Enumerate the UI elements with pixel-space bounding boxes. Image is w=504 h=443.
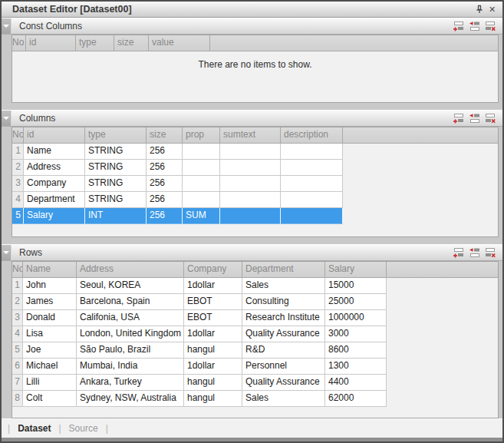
delete-row-button[interactable] [484,246,497,259]
pin-button[interactable] [473,3,486,15]
table-cell[interactable]: Department [24,192,85,208]
table-row[interactable]: 8ColtSydney, NSW, AustraliahangulSales62… [12,391,498,407]
row-number-cell[interactable]: 2 [12,294,23,310]
table-cell[interactable]: 256 [147,144,183,160]
table-cell[interactable] [281,192,343,208]
column-header-salary[interactable]: Salary [325,262,387,278]
row-number-cell[interactable]: 2 [12,160,24,176]
add-row-button[interactable] [452,112,465,124]
delete-row-button[interactable] [484,20,497,32]
delete-row-button[interactable] [484,112,497,124]
table-cell[interactable]: Quality Assurance [242,375,325,391]
table-cell[interactable]: Name [24,144,85,160]
table-cell[interactable]: Address [24,160,85,176]
table-cell[interactable] [281,176,343,192]
table-cell[interactable]: 62000 [325,391,387,407]
table-row[interactable]: 3DonaldCalifonia, USAEBOTResearch Instit… [12,310,498,326]
row-number-cell[interactable]: 5 [12,342,23,359]
column-header-description[interactable]: description [281,127,343,144]
table-cell[interactable]: EBOT [184,294,242,310]
table-cell[interactable] [220,176,281,192]
table-cell[interactable]: Personnel [242,359,325,375]
table-row[interactable]: 6MichaelMumbai, India1dollarPersonnel130… [12,359,498,375]
column-header-id[interactable]: id [26,35,76,51]
table-cell[interactable]: Donald [23,310,77,326]
rows-collapse-button[interactable] [2,245,12,260]
column-header-department[interactable]: Department [242,262,325,278]
table-cell[interactable]: hangul [184,342,242,359]
table-cell[interactable] [281,144,343,160]
table-cell[interactable]: INT [85,208,147,224]
table-cell[interactable]: James [23,294,77,310]
column-header-prop[interactable]: prop [183,127,220,144]
table-cell[interactable]: STRING [85,192,147,208]
table-row[interactable]: 1NameSTRING256 [12,144,498,160]
column-header-address[interactable]: Address [77,262,184,278]
column-header-type[interactable]: type [85,127,147,144]
table-cell[interactable] [220,192,281,208]
row-number-cell[interactable]: 5 [12,208,24,224]
table-cell[interactable]: 256 [147,208,183,224]
table-cell[interactable]: Mumbai, India [77,359,184,375]
add-row-button[interactable] [452,246,465,259]
table-cell[interactable]: 1dollar [184,278,242,294]
columns-collapse-button[interactable] [2,111,12,126]
table-cell[interactable]: Lisa [23,326,77,342]
row-number-cell[interactable]: 1 [12,278,23,294]
table-cell[interactable]: Colt [23,391,77,407]
table-cell[interactable]: 1dollar [184,326,242,342]
table-cell[interactable]: 4400 [325,375,387,391]
column-header-type[interactable]: type [76,35,114,51]
row-number-cell[interactable]: 7 [12,375,23,391]
table-cell[interactable]: John [23,278,77,294]
table-cell[interactable]: 256 [147,160,183,176]
column-header-size[interactable]: size [114,35,149,51]
table-cell[interactable] [183,160,220,176]
table-cell[interactable] [281,208,343,224]
tab-source[interactable]: Source [69,423,98,434]
table-cell[interactable]: Research Institute [242,310,325,326]
table-cell[interactable]: 1dollar [184,359,242,375]
table-cell[interactable]: London, United Kingdom [77,326,184,342]
table-cell[interactable]: 25000 [325,294,387,310]
add-row-button[interactable] [452,20,465,32]
table-cell[interactable]: hangul [184,391,242,407]
table-cell[interactable] [281,160,343,176]
column-header-no[interactable]: No [12,262,23,278]
column-header-value[interactable]: value [149,35,210,51]
table-cell[interactable]: Seoul, KOREA [77,278,184,294]
column-header-no[interactable]: No [12,127,24,144]
insert-row-button[interactable] [468,112,481,124]
table-cell[interactable]: 256 [147,192,183,208]
table-cell[interactable]: 256 [147,176,183,192]
table-cell[interactable]: 1300 [325,359,387,375]
table-cell[interactable]: Lilli [23,375,77,391]
row-number-cell[interactable]: 1 [12,144,24,160]
table-cell[interactable]: EBOT [184,310,242,326]
table-cell[interactable] [183,176,220,192]
table-cell[interactable] [220,160,281,176]
table-cell[interactable]: STRING [85,176,147,192]
const-columns-collapse-button[interactable] [2,18,12,34]
table-cell[interactable]: 15000 [325,278,387,294]
table-row[interactable]: 4LisaLondon, United Kingdom1dollarQualit… [12,326,498,342]
table-cell[interactable]: Califonia, USA [77,310,184,326]
table-row[interactable]: 2AddressSTRING256 [12,160,498,176]
row-number-cell[interactable]: 6 [12,359,23,375]
table-row[interactable]: 5SalaryINT256SUM [12,208,498,224]
table-cell[interactable]: Ankara, Turkey [77,375,184,391]
column-header-sumtext[interactable]: sumtext [220,127,281,144]
table-cell[interactable]: Quality Assurance [242,326,325,342]
table-cell[interactable]: STRING [85,160,147,176]
insert-row-button[interactable] [468,246,481,259]
table-cell[interactable]: 1000000 [325,310,387,326]
table-cell[interactable] [183,192,220,208]
table-cell[interactable]: Sales [242,278,325,294]
row-number-cell[interactable]: 3 [12,310,23,326]
table-cell[interactable]: Company [24,176,85,192]
table-cell[interactable]: Salary [24,208,85,224]
table-cell[interactable]: Sales [242,391,325,407]
table-cell[interactable] [183,144,220,160]
table-cell[interactable]: São Paulo, Brazil [77,342,184,359]
table-cell[interactable]: hangul [184,375,242,391]
